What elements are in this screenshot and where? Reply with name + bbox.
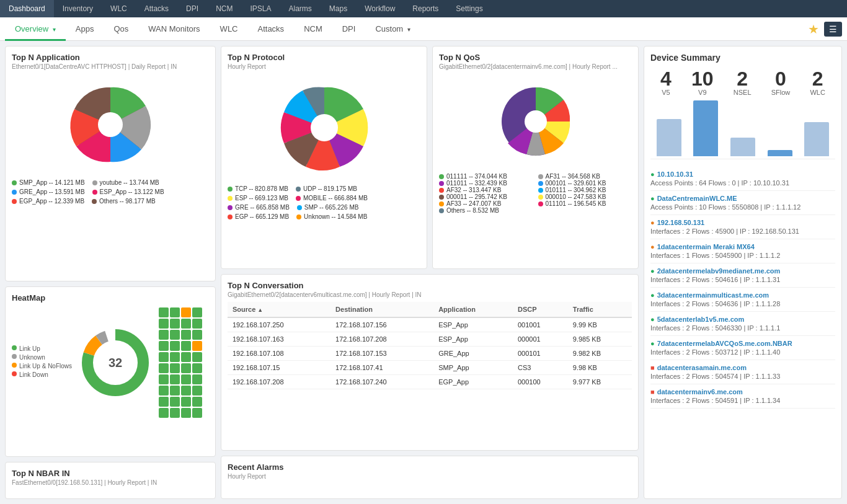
tab-ncm[interactable]: NCM [294, 17, 332, 41]
top-n-conv-title: Top N Conversation [228, 281, 632, 290]
nav-dashboard[interactable]: Dashboard [0, 0, 54, 17]
table-cell-app: GRE_App [433, 347, 513, 361]
top-n-nbar-subtitle: FastEthernet0/0[192.168.50.131] | Hourly… [12, 479, 209, 486]
heatmap-donut: 32 [78, 325, 153, 400]
table-row: 192.168.107.15172.168.107.41SMP_AppCS39.… [228, 361, 632, 375]
table-row: 192.168.107.108172.168.107.153GRE_App000… [228, 347, 632, 361]
table-cell-dscp: CS3 [513, 361, 568, 375]
recent-alarms-card: Recent Alarms Hourly Report [221, 456, 639, 499]
table-cell-dest: 172.168.107.156 [330, 317, 433, 332]
device-name[interactable]: ■datacenterasamain.me.com [650, 364, 835, 371]
list-item: ●3datacentermainmulticast.me.com Interfa… [650, 288, 835, 312]
device-summary-card: Device Summary 4 V5 10 V9 2 NSEL 0 SFlow [644, 46, 842, 499]
heatmap-content: Link Up Unknown Link Up & NoFlows Link D… [12, 307, 209, 418]
table-cell-traffic: 9.99 KB [568, 317, 632, 332]
top-n-nbar-card: Top N NBAR IN FastEthernet0/0[192.168.50… [5, 462, 216, 499]
recent-alarms-title: Recent Alarms [228, 462, 632, 472]
table-cell-traffic: 9.977 KB [568, 375, 632, 389]
table-row: 192.168.107.163172.168.107.208ESP_App000… [228, 332, 632, 347]
nav-ncm[interactable]: NCM [207, 0, 241, 17]
nav-ipsla[interactable]: IPSLA [241, 0, 280, 17]
nav-wlc[interactable]: WLC [102, 0, 136, 17]
top-n-qos-pie [489, 75, 582, 168]
top-n-app-pie [61, 75, 160, 174]
tab-dpi[interactable]: DPI [332, 17, 366, 41]
device-counts: 4 V5 10 V9 2 NSEL 0 SFlow 2 WLC [650, 69, 835, 96]
tab-apps[interactable]: Apps [66, 17, 104, 41]
tab-custom[interactable]: Custom ▾ [365, 17, 420, 41]
top-n-application-card: Top N Application Ethernet0/1[DataCentre… [5, 46, 216, 281]
device-status-icon: ● [650, 291, 655, 299]
hm-legend-linkup: Link Up [12, 345, 72, 352]
device-status-icon: ● [650, 267, 655, 275]
list-item: ●7datacentermelabAVCQoS.me.com.NBAR Inte… [650, 336, 835, 360]
table-cell-app: ESP_App [433, 332, 513, 347]
top-n-qos-subtitle: GigabitEthernet0/2[datacentermainv6.me.c… [439, 63, 632, 70]
col-destination[interactable]: Destination [330, 302, 433, 317]
menu-button[interactable]: ☰ [824, 22, 842, 37]
top-n-conversation-card: Top N Conversation GigabitEthernet0/2[da… [221, 274, 639, 451]
tab-attacks[interactable]: Attacks [248, 17, 295, 41]
custom-arrow: ▾ [407, 26, 410, 33]
bar-wlc [804, 122, 829, 156]
nav-attacks[interactable]: Attacks [136, 0, 177, 17]
tab-overview[interactable]: Overview ▾ [5, 17, 66, 41]
col-traffic[interactable]: Traffic [568, 302, 632, 317]
device-name[interactable]: ●5datacenterlab1v5.me.com [650, 316, 835, 323]
nav-settings[interactable]: Settings [447, 0, 491, 17]
heatmap-title: HeatMap [12, 293, 209, 303]
second-navigation: Overview ▾ Apps Qos WAN Monitors WLC Att… [0, 17, 847, 41]
nav-alarms[interactable]: Alarms [280, 0, 320, 17]
device-info: Interfaces : 2 Flows : 503712 | IP : 1.1… [650, 348, 835, 356]
table-cell-source: 192.168.107.208 [228, 375, 330, 389]
device-info: Interfaces : 2 Flows : 504574 | IP : 1.1… [650, 373, 835, 380]
device-name[interactable]: ●2datacentermelabv9medianet.me.com [650, 267, 835, 275]
nav-dpi[interactable]: DPI [177, 0, 207, 17]
device-name[interactable]: ■datacentermainv6.me.com [650, 388, 835, 396]
tab-wan-monitors[interactable]: WAN Monitors [138, 17, 210, 41]
device-info: Interfaces : 2 Flows : 504636 | IP : 1.1… [650, 300, 835, 307]
heatmap-legend: Link Up Unknown Link Up & NoFlows Link D… [12, 345, 72, 380]
list-item: ●2datacentermelabv9medianet.me.com Inter… [650, 263, 835, 288]
table-cell-traffic: 9.98 KB [568, 361, 632, 375]
tab-qos[interactable]: Qos [104, 17, 138, 41]
device-info: Access Points : 10 Flows : 5550808 | IP … [650, 203, 835, 211]
col-application[interactable]: Application [433, 302, 513, 317]
device-info: Access Points : 64 Flows : 0 | IP : 10.1… [650, 179, 835, 187]
table-row: 192.168.107.250172.168.107.156ESP_App001… [228, 317, 632, 332]
col-dscp[interactable]: DSCP [513, 302, 568, 317]
tab-wlc[interactable]: WLC [210, 17, 248, 41]
device-name[interactable]: ●192.168.50.131 [650, 219, 835, 226]
nav-reports[interactable]: Reports [404, 0, 447, 17]
device-name[interactable]: ●1datacentermain Meraki MX64 [650, 243, 835, 250]
device-info: Interfaces : 2 Flows : 504591 | IP : 1.1… [650, 397, 835, 404]
device-status-icon: ● [650, 170, 655, 178]
device-status-icon: ● [650, 243, 655, 250]
top-navigation: Dashboard Inventory WLC Attacks DPI NCM … [0, 0, 847, 17]
count-nsel: 2 NSEL [734, 69, 752, 96]
col-source[interactable]: Source ▲ [228, 302, 330, 317]
nav-maps[interactable]: Maps [321, 0, 356, 17]
device-name[interactable]: ●7datacentermelabAVCQoS.me.com.NBAR [650, 340, 835, 347]
device-info: Interfaces : 2 Flows : 45900 | IP : 192.… [650, 228, 835, 235]
top-n-protocol-subtitle: Hourly Report [228, 63, 420, 70]
bar-v9 [693, 100, 718, 156]
top-n-protocol-title: Top N Protocol [228, 53, 420, 62]
count-wlc: 2 WLC [810, 69, 825, 96]
device-name[interactable]: ●3datacentermainmulticast.me.com [650, 291, 835, 299]
top-n-app-subtitle: Ethernet0/1[DataCentreAVC HTTPHOST] | Da… [12, 63, 209, 70]
nav-workflow[interactable]: Workflow [356, 0, 404, 17]
favorite-button[interactable]: ★ [808, 22, 819, 37]
recent-alarms-subtitle: Hourly Report [228, 473, 632, 480]
device-info: Interfaces : 1 Flows : 5045900 | IP : 1.… [650, 252, 835, 259]
table-cell-dscp: 001001 [513, 317, 568, 332]
nav-inventory[interactable]: Inventory [54, 0, 102, 17]
list-item: ●DataCentremainWLC.ME Access Points : 10… [650, 191, 835, 215]
device-name[interactable]: ●DataCentremainWLC.ME [650, 195, 835, 202]
svg-point-9 [525, 110, 547, 133]
legend-item: ESP_App -- 13.122 MB [92, 188, 164, 195]
list-item: ■datacenterasamain.me.com Interfaces : 2… [650, 360, 835, 384]
table-cell-dest: 172.168.107.240 [330, 375, 433, 389]
hm-legend-unknown: Unknown [12, 354, 72, 361]
device-name[interactable]: ●10.10.10.31 [650, 170, 835, 178]
